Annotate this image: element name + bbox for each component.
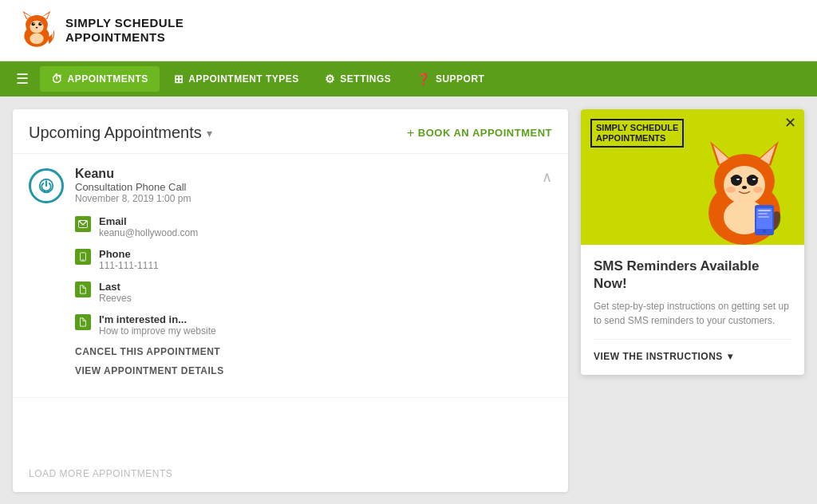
appointments-icon: ⏱ [51, 73, 63, 85]
nav-bar: ☰ ⏱ APPOINTMENTS ⊞ APPOINTMENT TYPES ⚙ S… [0, 61, 817, 96]
top-bar: SIMPLY SCHEDULE APPOINTMENTS [0, 0, 817, 61]
email-detail-text: Email keanu@hollywood.com [99, 215, 552, 238]
nav-settings-label: SETTINGS [340, 73, 391, 85]
sms-title: SMS Reminders Available Now! [594, 258, 791, 293]
sms-content: SMS Reminders Available Now! Get step-by… [581, 245, 804, 375]
svg-point-37 [763, 230, 766, 233]
sms-fox-illustration [693, 121, 796, 245]
interest-detail-text: I'm interested in... How to improve my w… [99, 313, 552, 337]
sms-cta-button[interactable]: VIEW THE INSTRUCTIONS ▾ [594, 339, 791, 362]
svg-rect-16 [81, 259, 84, 260]
sms-cta-chevron-icon: ▾ [728, 351, 733, 362]
svg-rect-36 [758, 216, 769, 218]
sms-description: Get step-by-step instructions on getting… [594, 299, 791, 328]
appointment-types-icon: ⊞ [174, 73, 184, 85]
sms-popup: ✕ SIMPLY SCHEDULE APPOINTMENTS [581, 109, 804, 375]
upcoming-appointments-title: Upcoming Appointments [29, 124, 202, 142]
view-appointment-details-button[interactable]: VIEW APPOINTMENT DETAILS [75, 365, 224, 376]
detail-interest: I'm interested in... How to improve my w… [75, 313, 552, 337]
logo-fox-icon [16, 10, 57, 51]
svg-point-11 [36, 27, 38, 29]
hamburger-menu-icon[interactable]: ☰ [8, 64, 37, 94]
phone-label: Phone [99, 248, 552, 260]
appointment-details: Email keanu@hollywood.com Phone 111-111-… [29, 215, 552, 337]
title-chevron-icon: ▾ [207, 127, 212, 140]
phone-icon [75, 249, 91, 265]
svg-point-30 [753, 187, 763, 193]
svg-point-23 [724, 166, 765, 204]
last-detail-text: Last Reeves [99, 281, 552, 304]
nav-appointment-types-label: APPOINTMENT TYPES [188, 73, 299, 85]
nav-item-appointment-types[interactable]: ⊞ APPOINTMENT TYPES [163, 66, 310, 92]
appointment-type: Consultation Phone Call [75, 181, 531, 193]
last-label: Last [99, 281, 552, 293]
panel-header: Upcoming Appointments ▾ + BOOK AN APPOIN… [13, 109, 568, 154]
svg-point-10 [40, 23, 41, 24]
svg-point-28 [742, 186, 747, 189]
phone-value: 111-111-1111 [99, 260, 552, 271]
svg-point-9 [34, 23, 34, 24]
appointment-card: Keanu Consultation Phone Call November 8… [13, 154, 568, 398]
appointment-header: Keanu Consultation Phone Call November 8… [29, 167, 552, 204]
svg-point-12 [30, 33, 43, 44]
svg-rect-35 [758, 213, 768, 215]
appointment-info: Keanu Consultation Phone Call November 8… [75, 167, 531, 204]
load-more-button[interactable]: LOAD MORE APPOINTMENTS [13, 455, 568, 492]
interest-label: I'm interested in... [99, 313, 552, 325]
nav-support-label: SUPPORT [436, 73, 485, 85]
svg-point-7 [32, 22, 35, 26]
plus-icon: + [407, 126, 415, 140]
collapse-icon[interactable]: ∧ [542, 168, 552, 186]
email-label: Email [99, 215, 552, 227]
panel-title: Upcoming Appointments ▾ [29, 124, 212, 142]
detail-phone: Phone 111-111-1111 [75, 248, 552, 271]
svg-rect-34 [758, 210, 771, 211]
appointment-name: Keanu [75, 167, 531, 181]
svg-point-8 [38, 22, 41, 26]
nav-item-appointments[interactable]: ⏱ APPOINTMENTS [40, 66, 160, 92]
nav-item-support[interactable]: ❓ SUPPORT [405, 66, 495, 92]
settings-icon: ⚙ [325, 73, 336, 85]
appointments-panel: Upcoming Appointments ▾ + BOOK AN APPOIN… [13, 109, 568, 492]
sms-logo-text: SIMPLY SCHEDULE APPOINTMENTS [590, 119, 684, 148]
nav-item-settings[interactable]: ⚙ SETTINGS [314, 66, 403, 92]
email-icon [75, 216, 91, 232]
detail-last: Last Reeves [75, 281, 552, 304]
phone-detail-text: Phone 111-111-1111 [99, 248, 552, 271]
main-content: Upcoming Appointments ▾ + BOOK AN APPOIN… [0, 96, 817, 504]
sms-cta-label: VIEW THE INSTRUCTIONS [594, 351, 723, 362]
logo-area: SIMPLY SCHEDULE APPOINTMENTS [16, 10, 184, 51]
cancel-appointment-button[interactable]: CANCEL THIS APPOINTMENT [75, 346, 220, 357]
action-links: CANCEL THIS APPOINTMENT VIEW APPOINTMENT… [29, 346, 552, 376]
svg-point-29 [726, 187, 736, 193]
book-appointment-label: BOOK AN APPOINTMENT [418, 127, 552, 139]
appointment-date: November 8, 2019 1:00 pm [75, 193, 531, 204]
logo-text: SIMPLY SCHEDULE APPOINTMENTS [65, 16, 184, 45]
detail-email: Email keanu@hollywood.com [75, 215, 552, 238]
last-icon [75, 282, 91, 297]
email-value: keanu@hollywood.com [99, 227, 552, 238]
sms-image-area: ✕ SIMPLY SCHEDULE APPOINTMENTS [581, 109, 804, 245]
appointment-type-icon [29, 168, 64, 203]
interest-icon [75, 314, 91, 330]
last-value: Reeves [99, 293, 552, 304]
book-appointment-button[interactable]: + BOOK AN APPOINTMENT [407, 126, 552, 140]
interest-value: How to improve my website [99, 325, 552, 337]
support-icon: ❓ [416, 73, 431, 85]
nav-appointments-label: APPOINTMENTS [68, 73, 148, 85]
